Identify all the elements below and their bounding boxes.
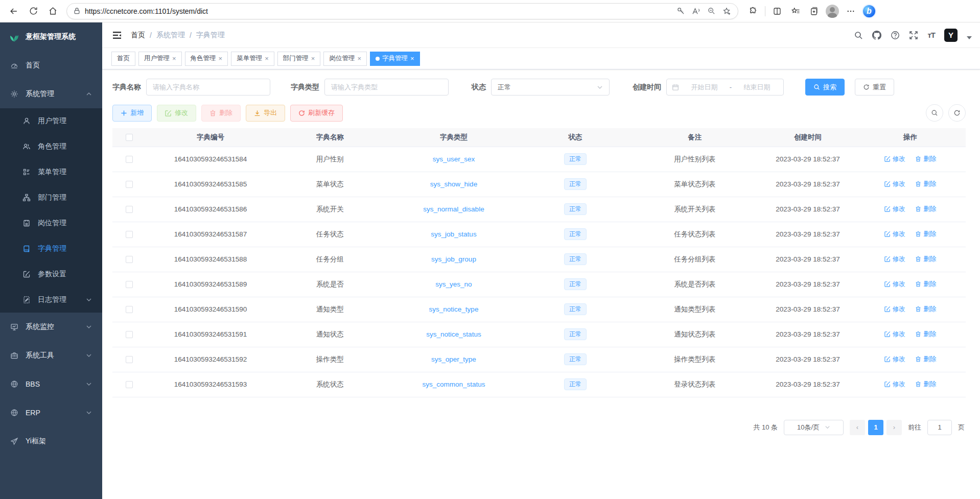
tab-post-mgmt[interactable]: 岗位管理 × <box>323 52 367 66</box>
row-delete-button[interactable]: 删除 <box>915 355 936 364</box>
sidebar-item-bbs[interactable]: BBS <box>0 370 102 398</box>
edit-button[interactable]: 修改 <box>157 105 196 122</box>
browser-refresh-button[interactable] <box>25 3 42 20</box>
row-edit-button[interactable]: 修改 <box>884 255 905 264</box>
row-edit-button[interactable]: 修改 <box>884 280 905 289</box>
dict-type-link[interactable]: sys_show_hide <box>430 180 477 188</box>
page-number-button[interactable]: 1 <box>868 420 883 435</box>
sidebar-item-dept-mgmt[interactable]: 部门管理 <box>0 185 102 210</box>
tab-home[interactable]: 首页 <box>111 52 135 66</box>
password-key-button[interactable] <box>673 4 688 18</box>
row-edit-button[interactable]: 修改 <box>884 355 905 364</box>
user-avatar[interactable]: Y <box>944 29 958 42</box>
row-checkbox[interactable] <box>126 231 133 238</box>
row-checkbox[interactable] <box>126 281 133 288</box>
settings-more-button[interactable] <box>842 3 859 20</box>
row-checkbox[interactable] <box>126 156 133 163</box>
row-checkbox[interactable] <box>126 256 133 263</box>
sidebar-item-user-mgmt[interactable]: 用户管理 <box>0 108 102 134</box>
refresh-table-button[interactable] <box>948 104 966 122</box>
row-edit-button[interactable]: 修改 <box>884 155 905 163</box>
dict-type-input[interactable] <box>324 79 449 96</box>
row-checkbox[interactable] <box>126 356 133 363</box>
select-all-checkbox[interactable] <box>126 134 133 141</box>
breadcrumb-home[interactable]: 首页 <box>131 31 145 40</box>
profile-button[interactable] <box>824 3 841 20</box>
row-checkbox[interactable] <box>126 381 133 388</box>
next-page-button[interactable]: › <box>886 420 902 435</box>
close-icon[interactable]: × <box>410 55 414 62</box>
sidebar-toggle-icon[interactable] <box>111 30 123 41</box>
reset-button[interactable]: 重置 <box>855 79 894 96</box>
sidebar-item-home[interactable]: 首页 <box>0 51 102 80</box>
dict-type-link[interactable]: sys_oper_type <box>431 355 476 363</box>
fullscreen-icon[interactable] <box>909 31 918 40</box>
close-icon[interactable]: × <box>265 55 269 62</box>
collections-button[interactable] <box>805 3 823 20</box>
row-edit-button[interactable]: 修改 <box>884 230 905 239</box>
sidebar-item-system-tools[interactable]: 系统工具 <box>0 341 102 370</box>
close-icon[interactable]: × <box>172 55 176 62</box>
tab-user-mgmt[interactable]: 用户管理 × <box>138 52 182 66</box>
row-checkbox[interactable] <box>126 181 133 188</box>
split-screen-button[interactable] <box>768 3 786 20</box>
row-edit-button[interactable]: 修改 <box>884 205 905 213</box>
dict-type-link[interactable]: sys_common_status <box>422 381 485 388</box>
sidebar-item-param-settings[interactable]: 参数设置 <box>0 262 102 287</box>
tab-menu-mgmt[interactable]: 菜单管理 × <box>231 52 274 66</box>
status-select[interactable]: 正常 <box>491 79 610 96</box>
dict-type-link[interactable]: sys_yes_no <box>435 280 472 288</box>
dict-type-link[interactable]: sys_notice_status <box>426 330 481 338</box>
dict-type-link[interactable]: sys_notice_type <box>429 305 479 313</box>
app-logo[interactable]: 意框架管理系统 <box>0 22 102 51</box>
export-button[interactable]: 导出 <box>246 105 285 122</box>
tab-dept-mgmt[interactable]: 部门管理 × <box>277 52 321 66</box>
row-delete-button[interactable]: 删除 <box>915 230 936 239</box>
browser-back-button[interactable] <box>5 3 22 20</box>
sidebar-item-system-monitor[interactable]: 系统监控 <box>0 313 102 341</box>
goto-page-input[interactable] <box>927 420 952 435</box>
show-search-toggle-button[interactable] <box>926 104 943 122</box>
prev-page-button[interactable]: ‹ <box>850 420 865 435</box>
github-icon[interactable] <box>872 31 881 40</box>
dict-type-link[interactable]: sys_user_sex <box>433 155 475 163</box>
sidebar-item-yi-framework[interactable]: Yi框架 <box>0 427 102 456</box>
refresh-cache-button[interactable]: 刷新缓存 <box>290 105 343 122</box>
row-checkbox[interactable] <box>126 206 133 213</box>
add-button[interactable]: 新增 <box>112 105 152 122</box>
sidebar-item-erp[interactable]: ERP <box>0 398 102 427</box>
row-delete-button[interactable]: 删除 <box>915 380 936 389</box>
row-edit-button[interactable]: 修改 <box>884 330 905 339</box>
close-icon[interactable]: × <box>219 55 223 62</box>
row-delete-button[interactable]: 删除 <box>915 255 936 264</box>
zoom-out-button[interactable] <box>704 4 718 18</box>
sidebar-item-menu-mgmt[interactable]: 菜单管理 <box>0 159 102 185</box>
extensions-button[interactable] <box>744 3 762 20</box>
add-favorite-button[interactable] <box>719 4 734 18</box>
row-delete-button[interactable]: 删除 <box>915 155 936 163</box>
row-delete-button[interactable]: 删除 <box>915 205 936 213</box>
help-icon[interactable] <box>891 31 900 40</box>
sidebar-item-role-mgmt[interactable]: 角色管理 <box>0 134 102 159</box>
sidebar-item-system-mgmt[interactable]: 系统管理 <box>0 80 102 108</box>
tab-role-mgmt[interactable]: 角色管理 × <box>185 52 228 66</box>
row-checkbox[interactable] <box>126 306 133 313</box>
sidebar-item-log-mgmt[interactable]: 日志管理 <box>0 287 102 313</box>
close-icon[interactable]: × <box>311 55 315 62</box>
dict-name-input[interactable] <box>146 79 270 96</box>
search-icon[interactable] <box>854 31 863 40</box>
dict-type-link[interactable]: sys_job_group <box>431 255 476 263</box>
sidebar-item-dict-mgmt[interactable]: 字典管理 <box>0 236 102 262</box>
dict-type-link[interactable]: sys_job_status <box>431 230 476 238</box>
favorites-button[interactable] <box>787 3 804 20</box>
row-delete-button[interactable]: 删除 <box>915 305 936 314</box>
row-delete-button[interactable]: 删除 <box>915 330 936 339</box>
address-bar[interactable]: https://ccnetcore.com:1101/system/dict <box>66 3 738 19</box>
row-checkbox[interactable] <box>126 331 133 338</box>
browser-home-button[interactable] <box>44 3 61 20</box>
user-menu-caret-icon[interactable] <box>967 36 972 39</box>
row-delete-button[interactable]: 删除 <box>915 180 936 188</box>
delete-button[interactable]: 删除 <box>201 105 241 122</box>
close-icon[interactable]: × <box>357 55 361 62</box>
sidebar-item-post-mgmt[interactable]: 岗位管理 <box>0 210 102 236</box>
